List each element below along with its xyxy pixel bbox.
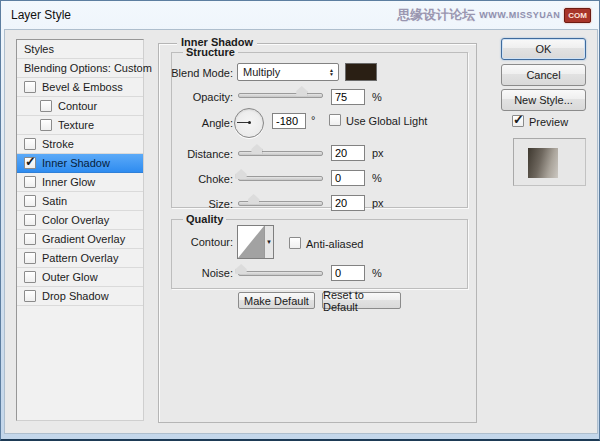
inner-glow-checkbox[interactable] xyxy=(24,176,36,188)
size-slider[interactable] xyxy=(238,201,323,206)
sidebar-item-inner-shadow[interactable]: Inner Shadow xyxy=(17,154,143,173)
contour-picker[interactable]: ▼ xyxy=(237,225,274,259)
choke-input[interactable] xyxy=(331,170,365,186)
watermark-badge: COM xyxy=(564,8,591,23)
watermark-chinese-text: 思缘设计论坛 xyxy=(397,6,475,24)
bevel-emboss-checkbox[interactable] xyxy=(24,81,36,93)
sidebar-item-outer-glow[interactable]: Outer Glow xyxy=(17,268,143,287)
sidebar-item-label: Color Overlay xyxy=(42,214,109,226)
sidebar-item-label: Pattern Overlay xyxy=(42,252,118,264)
sidebar-item-label: Contour xyxy=(58,100,97,112)
choke-unit: % xyxy=(372,172,382,184)
distance-input[interactable] xyxy=(331,145,365,161)
sidebar-item-contour[interactable]: Contour xyxy=(17,97,143,116)
sidebar-item-label: Satin xyxy=(42,195,67,207)
anti-aliased-checkbox[interactable] xyxy=(289,237,301,249)
use-global-light-label: Use Global Light xyxy=(346,115,427,127)
watermark-site-text: WWW.MISSYUAN xyxy=(479,10,560,20)
drop-shadow-checkbox[interactable] xyxy=(24,290,36,302)
outer-glow-checkbox[interactable] xyxy=(24,271,36,283)
structure-legend: Structure xyxy=(183,46,238,58)
shadow-color-swatch[interactable] xyxy=(345,63,377,81)
sidebar-item-stroke[interactable]: Stroke xyxy=(17,135,143,154)
angle-dial[interactable] xyxy=(234,108,264,138)
choke-label: Choke: xyxy=(155,173,233,185)
styles-list: Styles Blending Options: Custom Bevel & … xyxy=(16,39,144,421)
sidebar-item-label: Stroke xyxy=(42,138,74,150)
watermark: 思缘设计论坛 WWW.MISSYUAN COM xyxy=(397,6,591,24)
sidebar-item-pattern-overlay[interactable]: Pattern Overlay xyxy=(17,249,143,268)
satin-checkbox[interactable] xyxy=(24,195,36,207)
sidebar-item-drop-shadow[interactable]: Drop Shadow xyxy=(17,287,143,306)
size-unit: px xyxy=(372,197,384,209)
opacity-unit: % xyxy=(372,91,382,103)
preview-panel xyxy=(513,138,586,186)
sidebar-item-label: Inner Glow xyxy=(42,176,95,188)
sidebar-item-label: Texture xyxy=(58,119,94,131)
sidebar-item-color-overlay[interactable]: Color Overlay xyxy=(17,211,143,230)
contour-dropdown-arrow-icon[interactable]: ▼ xyxy=(264,226,273,258)
blend-mode-select[interactable]: Multiply ▲▼ xyxy=(237,63,339,81)
distance-label: Distance: xyxy=(155,148,233,160)
noise-label: Noise: xyxy=(155,267,233,279)
ok-button[interactable]: OK xyxy=(501,38,586,60)
contour-thumbnail-icon xyxy=(238,226,264,258)
noise-slider[interactable] xyxy=(238,271,323,276)
pattern-overlay-checkbox[interactable] xyxy=(24,252,36,264)
make-default-button[interactable]: Make Default xyxy=(238,292,315,309)
sidebar-item-bevel-emboss[interactable]: Bevel & Emboss xyxy=(17,78,143,97)
noise-input[interactable] xyxy=(331,265,365,281)
distance-unit: px xyxy=(372,147,384,159)
use-global-light-checkbox[interactable] xyxy=(329,114,341,126)
angle-center-dot xyxy=(248,121,251,124)
layer-style-dialog: Layer Style 思缘设计论坛 WWW.MISSYUAN COM Styl… xyxy=(0,0,600,441)
gradient-overlay-checkbox[interactable] xyxy=(24,233,36,245)
styles-list-header: Styles xyxy=(17,40,143,59)
stroke-checkbox[interactable] xyxy=(24,138,36,150)
angle-unit: ° xyxy=(311,114,315,126)
sidebar-item-label: Outer Glow xyxy=(42,271,98,283)
dialog-title: Layer Style xyxy=(11,8,71,22)
sidebar-item-satin[interactable]: Satin xyxy=(17,192,143,211)
size-input[interactable] xyxy=(331,195,365,211)
cancel-button[interactable]: Cancel xyxy=(501,64,586,86)
sidebar-item-blending-options[interactable]: Blending Options: Custom xyxy=(17,59,143,78)
sidebar-item-label: Gradient Overlay xyxy=(42,233,125,245)
inner-shadow-checkbox[interactable] xyxy=(24,157,36,169)
styles-header-label: Styles xyxy=(24,43,54,55)
quality-legend: Quality xyxy=(183,213,226,225)
texture-checkbox[interactable] xyxy=(40,119,52,131)
anti-aliased-label: Anti-aliased xyxy=(306,238,363,250)
sidebar-item-label: Bevel & Emboss xyxy=(42,81,123,93)
reset-to-default-button[interactable]: Reset to Default xyxy=(322,292,401,309)
new-style-button[interactable]: New Style... xyxy=(501,89,586,111)
opacity-label: Opacity: xyxy=(155,91,233,103)
preview-thumbnail xyxy=(528,148,558,178)
blend-mode-label: Blend Mode: xyxy=(155,67,233,79)
noise-unit: % xyxy=(372,267,382,279)
preview-checkbox[interactable] xyxy=(512,115,524,127)
contour-label: Contour: xyxy=(155,236,233,248)
opacity-slider[interactable] xyxy=(238,93,323,98)
contour-checkbox[interactable] xyxy=(40,100,52,112)
preview-label: Preview xyxy=(529,116,568,128)
size-label: Size: xyxy=(155,198,233,210)
sidebar-item-label: Inner Shadow xyxy=(42,157,110,169)
choke-slider[interactable] xyxy=(238,176,323,181)
blend-mode-spinner-icon: ▲▼ xyxy=(329,68,338,76)
sidebar-item-label: Drop Shadow xyxy=(42,290,109,302)
sidebar-item-texture[interactable]: Texture xyxy=(17,116,143,135)
titlebar[interactable]: Layer Style 思缘设计论坛 WWW.MISSYUAN COM xyxy=(1,1,599,29)
sidebar-item-inner-glow[interactable]: Inner Glow xyxy=(17,173,143,192)
sidebar-item-gradient-overlay[interactable]: Gradient Overlay xyxy=(17,230,143,249)
opacity-input[interactable] xyxy=(331,89,365,105)
sidebar-item-label: Blending Options: Custom xyxy=(24,62,152,74)
angle-label: Angle: xyxy=(155,117,233,129)
distance-slider[interactable] xyxy=(238,151,323,156)
angle-input[interactable] xyxy=(272,113,306,129)
color-overlay-checkbox[interactable] xyxy=(24,214,36,226)
blend-mode-value: Multiply xyxy=(243,66,280,78)
